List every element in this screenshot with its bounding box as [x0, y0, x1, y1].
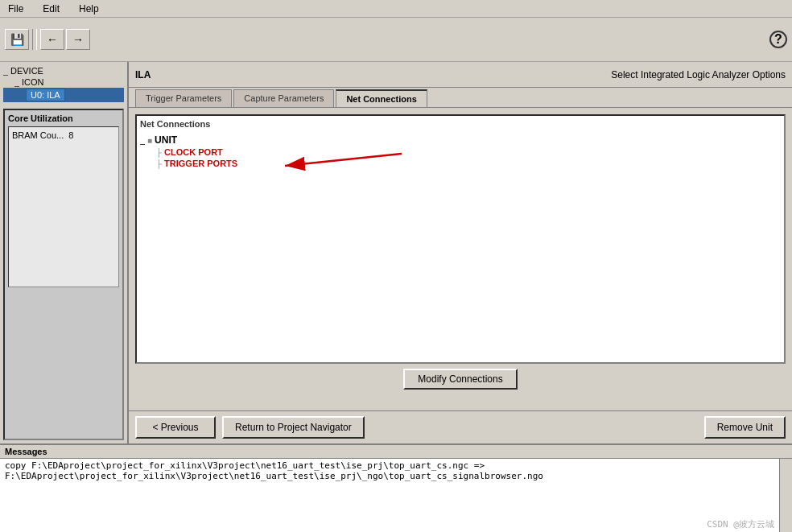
- ila-label: U0: ILA: [26, 89, 65, 101]
- tab-trigger-parameters[interactable]: Trigger Parameters: [135, 89, 232, 107]
- icon-label: ICON: [22, 77, 44, 87]
- trigger-ports-label: TRIGGER PORTS: [164, 159, 237, 168]
- right-panel: ILA Select Integrated Logic Analyzer Opt…: [129, 62, 792, 443]
- tabs-bar: Trigger Parameters Capture Parameters Ne…: [129, 88, 792, 108]
- bram-count-label: BRAM Cou...: [12, 130, 64, 140]
- ila-title: ILA: [135, 69, 151, 80]
- back-button[interactable]: ←: [40, 29, 64, 50]
- device-tree-item-icon[interactable]: ⎯ ICON: [3, 76, 124, 88]
- unit-tree-icon: ■: [147, 136, 152, 145]
- core-utilization-panel: Core Utilization BRAM Cou... 8: [3, 109, 124, 440]
- left-panel: ⎯ DEVICE ⎯ ICON U0: ILA Core Utilization…: [0, 62, 129, 443]
- bottom-nav: < Previous Return to Project Navigator R…: [129, 410, 792, 443]
- ila-description: Select Integrated Logic Analyzer Options: [611, 69, 786, 80]
- nc-clock-port-item[interactable]: ├ CLOCK PORT: [140, 146, 781, 158]
- messages-panel: Messages copy F:\EDAproject\project_for_…: [0, 443, 792, 532]
- previous-button[interactable]: < Previous: [135, 416, 216, 439]
- nc-unit-item[interactable]: ⎯ ■ UNIT: [140, 134, 781, 146]
- clock-port-label: CLOCK PORT: [164, 147, 223, 157]
- menubar: File Edit Help: [0, 0, 792, 18]
- save-icon: 💾: [10, 33, 24, 46]
- trigger-ports-tree-icon: ├: [156, 159, 162, 168]
- help-button[interactable]: ?: [769, 31, 787, 48]
- net-connections-tree: ⎯ ■ UNIT ├ CLOCK PORT ├ TRIGGER PORTS: [140, 134, 781, 169]
- device-label: DEVICE: [10, 66, 43, 76]
- device-tree-item-ila[interactable]: U0: ILA: [3, 88, 124, 102]
- forward-button[interactable]: →: [66, 29, 90, 50]
- bram-count-value: 8: [68, 130, 73, 140]
- device-tree-item-device[interactable]: ⎯ DEVICE: [3, 65, 124, 76]
- ila-header: ILA Select Integrated Logic Analyzer Opt…: [129, 62, 792, 88]
- watermark: CSDN @彼方云城: [707, 518, 774, 530]
- tab-net-connections[interactable]: Net Connections: [336, 89, 427, 107]
- save-button[interactable]: 💾: [5, 29, 29, 50]
- menu-file[interactable]: File: [5, 2, 27, 16]
- modify-connections-button[interactable]: Modify Connections: [403, 369, 517, 390]
- remove-unit-button[interactable]: Remove Unit: [704, 416, 786, 439]
- main-layout: ⎯ DEVICE ⎯ ICON U0: ILA Core Utilization…: [0, 62, 792, 443]
- messages-header: Messages: [0, 445, 792, 459]
- bram-count-row: BRAM Cou... 8: [9, 127, 118, 143]
- modify-connections-row: Modify Connections: [135, 364, 786, 390]
- icon-expand-icon: ⎯: [14, 78, 19, 87]
- forward-icon: →: [72, 33, 84, 46]
- toolbar-separator: [32, 29, 37, 50]
- core-utilization-body: BRAM Cou... 8: [8, 126, 119, 287]
- nc-trigger-ports-item[interactable]: ├ TRIGGER PORTS: [140, 158, 781, 169]
- menu-edit[interactable]: Edit: [39, 2, 63, 16]
- unit-expand-icon: ⎯: [140, 136, 145, 145]
- net-connections-title: Net Connections: [140, 119, 781, 129]
- return-to-navigator-button[interactable]: Return to Project Navigator: [222, 416, 365, 439]
- device-expand-icon: ⎯: [3, 67, 8, 76]
- device-tree: ⎯ DEVICE ⎯ ICON U0: ILA: [0, 62, 127, 105]
- tab-capture-parameters[interactable]: Capture Parameters: [233, 89, 334, 107]
- messages-content-row: copy F:\EDAproject\project_for_xilinx\V3…: [0, 459, 792, 532]
- clock-port-tree-icon: ├: [156, 148, 162, 157]
- messages-body: copy F:\EDAproject\project_for_xilinx\V3…: [0, 459, 779, 532]
- unit-label: UNIT: [155, 134, 177, 146]
- back-icon: ←: [47, 33, 58, 46]
- menu-help[interactable]: Help: [76, 2, 102, 16]
- message-line-2: F:\EDAproject\project_for_xilinx\V3proje…: [5, 471, 774, 481]
- core-utilization-title: Core Utilization: [8, 113, 119, 123]
- content-area: Net Connections ⎯ ■ UNIT ├ CLOCK PORT: [129, 108, 792, 410]
- toolbar: 💾 ← → ?: [0, 18, 792, 62]
- messages-scrollbar[interactable]: [779, 459, 792, 532]
- message-line-1: copy F:\EDAproject\project_for_xilinx\V3…: [5, 460, 774, 471]
- net-connections-panel: Net Connections ⎯ ■ UNIT ├ CLOCK PORT: [135, 114, 786, 364]
